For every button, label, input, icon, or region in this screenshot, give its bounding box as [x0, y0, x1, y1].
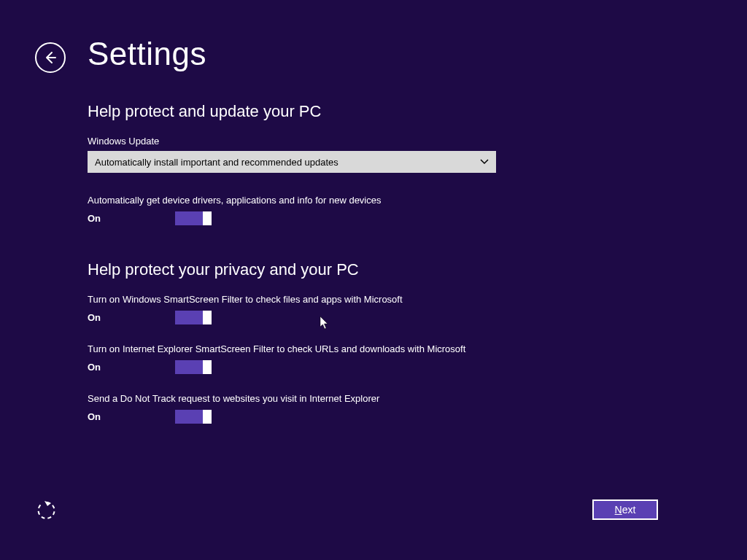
- section-privacy-title: Help protect your privacy and your PC: [88, 260, 657, 279]
- setting-smartscreen: Turn on Windows SmartScreen Filter to ch…: [88, 294, 657, 324]
- back-arrow-icon: [43, 50, 58, 65]
- page-title: Settings: [88, 36, 206, 72]
- ease-of-access-button[interactable]: [35, 499, 58, 522]
- dnt-toggle[interactable]: [175, 410, 212, 424]
- windows-update-dropdown[interactable]: Automatically install important and reco…: [88, 151, 496, 173]
- smartscreen-toggle[interactable]: [175, 311, 212, 324]
- dnt-desc: Send a Do Not Track request to websites …: [88, 393, 657, 404]
- setting-device-drivers: Automatically get device drivers, applic…: [88, 195, 657, 225]
- ie-smartscreen-toggle[interactable]: [175, 360, 212, 374]
- ie-smartscreen-row: On: [88, 360, 657, 374]
- next-button[interactable]: Next: [592, 499, 658, 520]
- section-protect-update-title: Help protect and update your PC: [88, 102, 657, 121]
- device-drivers-row: On: [88, 211, 657, 225]
- smartscreen-row: On: [88, 311, 657, 324]
- dnt-row: On: [88, 410, 657, 424]
- dnt-state: On: [88, 411, 175, 422]
- setting-do-not-track: Send a Do Not Track request to websites …: [88, 393, 657, 424]
- device-drivers-toggle[interactable]: [175, 211, 212, 225]
- device-drivers-state: On: [88, 213, 175, 224]
- next-button-label: Next: [615, 504, 636, 516]
- smartscreen-state: On: [88, 312, 175, 323]
- section-privacy: Help protect your privacy and your PC Tu…: [88, 260, 657, 424]
- windows-update-label: Windows Update: [88, 136, 657, 147]
- windows-update-selected: Automatically install important and reco…: [95, 157, 338, 168]
- ease-of-access-icon: [35, 499, 58, 522]
- chevron-down-icon: [480, 157, 489, 167]
- ie-smartscreen-state: On: [88, 362, 175, 373]
- setting-ie-smartscreen: Turn on Internet Explorer SmartScreen Fi…: [88, 343, 657, 374]
- smartscreen-desc: Turn on Windows SmartScreen Filter to ch…: [88, 294, 657, 305]
- content: Help protect and update your PC Windows …: [88, 102, 657, 443]
- device-drivers-desc: Automatically get device drivers, applic…: [88, 195, 657, 206]
- back-button[interactable]: [35, 42, 66, 73]
- ie-smartscreen-desc: Turn on Internet Explorer SmartScreen Fi…: [88, 343, 657, 354]
- header: Settings: [0, 0, 747, 73]
